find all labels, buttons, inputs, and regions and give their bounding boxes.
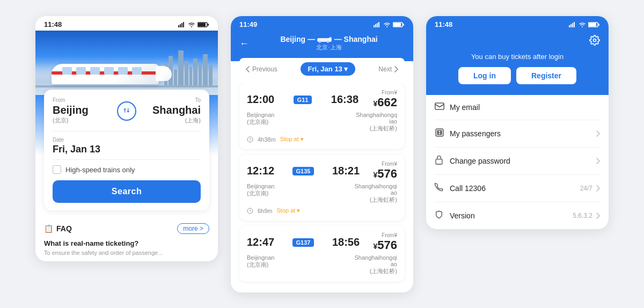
svg-rect-3: [183, 22, 184, 27]
menu-item-version[interactable]: Version 5.6.3.2: [435, 202, 600, 229]
station-row: Beijingnan(北京南) Shanghaihongqiao(上海虹桥): [247, 254, 397, 275]
menu-label: My email: [450, 103, 600, 112]
clock-icon: [247, 136, 253, 143]
train-nose: [156, 66, 172, 81]
train-icon: [317, 36, 332, 43]
prev-label: Previous: [252, 65, 277, 73]
train-top-row: 12:00 G11 16:38 From¥ ¥662: [247, 90, 397, 109]
svg-rect-26: [598, 24, 599, 26]
from-to-row: From Beijing (北京) To Shanghai (上海): [53, 97, 201, 131]
train-number-badge: G137: [292, 238, 314, 247]
from-label: From: [53, 97, 113, 103]
swap-icon: [122, 107, 131, 115]
search-button[interactable]: Search: [53, 180, 201, 203]
menu-item-email[interactable]: My email: [435, 95, 600, 120]
duration: 6h9m: [258, 208, 273, 214]
to-station: Shanghaihongqiao(上海虹桥): [354, 254, 397, 275]
price-area: From¥ ¥662: [373, 90, 397, 109]
to-station: Shanghaihongqiao(上海虹桥): [356, 112, 397, 133]
date-pill[interactable]: Fri, Jan 13 ▾: [301, 62, 356, 76]
chevron-right-icon: [596, 185, 600, 192]
screen3-header: You can buy tickets after login Log in R…: [426, 31, 609, 95]
depart-time: 12:00: [247, 93, 274, 106]
faq-answer: To ensure the safety and order of passen…: [44, 250, 209, 256]
from-price-label: From¥: [373, 161, 397, 167]
train-item[interactable]: 12:47 G137 18:56 From¥ ¥576 Beijingnan(北…: [239, 226, 405, 282]
from-price-label: From¥: [373, 90, 397, 96]
chevron-right-icon: [596, 158, 600, 164]
date-label: Date: [53, 137, 201, 143]
clock-icon: [247, 208, 253, 214]
menu-item-call[interactable]: Call 12306 24/7: [435, 175, 600, 202]
status-time-1: 11:48: [44, 20, 62, 28]
faq-title: FAQ: [56, 224, 72, 233]
train-top-row: 12:12 G135 18:21 From¥ ¥576: [247, 161, 397, 181]
stop-button[interactable]: Stop at ▾: [277, 207, 301, 214]
date-row[interactable]: Date Fri, Jan 13: [53, 131, 201, 160]
menu-list: My email My passengers Change password: [426, 95, 609, 229]
menu-item-passengers[interactable]: My passengers: [435, 120, 600, 148]
header-subtitle: 北京·上海: [253, 43, 405, 52]
svg-rect-21: [570, 24, 572, 27]
battery-icon: [197, 22, 209, 27]
faq-header: 📋 FAQ more >: [44, 223, 209, 234]
status-time-3: 11:48: [435, 20, 452, 28]
price-value: ¥576: [373, 167, 397, 180]
from-station: Beijingnan(北京南): [247, 112, 274, 126]
next-button[interactable]: Next: [378, 65, 398, 73]
depart-time: 12:12: [247, 165, 274, 177]
to-label: To: [141, 97, 201, 103]
train-body: [52, 64, 159, 84]
login-prompt: You can buy tickets after login: [435, 53, 600, 61]
header-nav: ← Beijing — — Shanghai 北京·上海: [239, 35, 405, 52]
train-number-badge: G135: [292, 167, 314, 175]
battery-icon-3: [588, 22, 600, 27]
next-label: Next: [378, 65, 392, 73]
screen2-header: ← Beijing — — Shanghai 北京·上海: [231, 31, 413, 61]
chevron-left-icon: [246, 66, 250, 72]
register-button[interactable]: Register: [516, 67, 576, 84]
phone-icon: [435, 182, 450, 194]
station-row: Beijingnan(北京南) Shanghaihongqiao(上海虹桥): [247, 183, 397, 204]
arrive-time: 18:21: [332, 165, 360, 177]
svg-point-16: [319, 41, 321, 43]
prev-button[interactable]: Previous: [246, 65, 277, 73]
train-item[interactable]: 12:12 G135 18:21 From¥ ¥576 Beijingnan(北…: [239, 155, 405, 221]
lock-svg: [435, 155, 443, 165]
to-section: To Shanghai (上海): [141, 97, 201, 124]
duration: 4h38m: [258, 136, 276, 143]
passengers-icon: [435, 128, 450, 140]
train-item[interactable]: 12:00 G11 16:38 From¥ ¥662 Beijingnan(北京…: [239, 83, 405, 149]
menu-label: Version: [450, 211, 573, 220]
city-silhouette: [164, 50, 213, 85]
svg-rect-13: [403, 24, 404, 26]
svg-rect-10: [378, 22, 379, 27]
signal-icon-3: [569, 22, 576, 27]
chevron-right-icon: [596, 212, 600, 219]
login-button[interactable]: Log in: [458, 67, 511, 84]
wifi-icon-2: [383, 22, 391, 27]
svg-point-17: [327, 41, 329, 43]
envelope-icon: [435, 102, 444, 110]
settings-icon[interactable]: [589, 37, 600, 48]
swap-button[interactable]: [117, 101, 136, 121]
date-value: Fri, Jan 13: [53, 144, 201, 155]
svg-rect-9: [377, 23, 378, 27]
svg-rect-12: [393, 23, 401, 26]
to-station: Shanghaihongqiao(上海虹桥): [354, 183, 397, 204]
stop-button[interactable]: Stop at ▾: [280, 136, 304, 143]
email-icon: [435, 102, 450, 112]
screen3-card: 11:48 You can buy tickets after login Lo…: [426, 16, 609, 229]
svg-rect-0: [178, 25, 179, 27]
train-hero-image: [35, 31, 218, 95]
back-button[interactable]: ←: [239, 39, 249, 48]
from-station: Beijingnan(北京南): [247, 183, 274, 197]
to-city-sub: (上海): [141, 116, 201, 124]
menu-item-password[interactable]: Change password: [435, 148, 600, 175]
call-meta: 24/7: [580, 185, 592, 192]
high-speed-checkbox[interactable]: [53, 165, 61, 174]
svg-rect-25: [589, 23, 596, 26]
price-area: From¥ ¥576: [373, 232, 397, 252]
faq-more-button[interactable]: more >: [177, 223, 209, 234]
signal-icon-2: [374, 22, 381, 27]
